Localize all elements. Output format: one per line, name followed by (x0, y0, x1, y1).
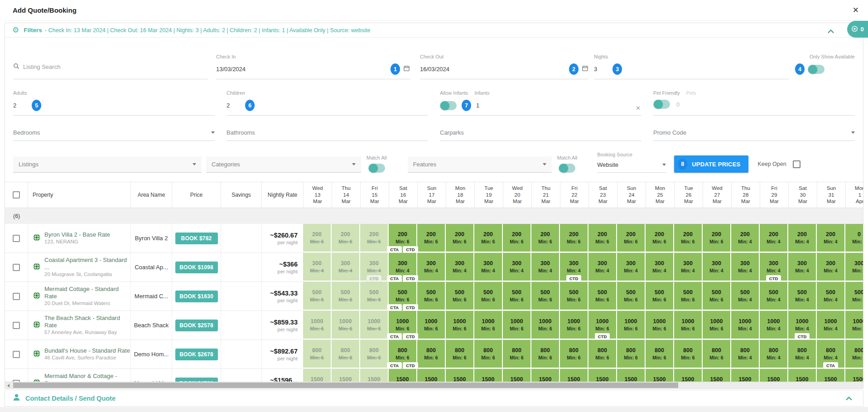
rate-cell[interactable]: 0Min: 4 (845, 224, 863, 252)
rate-cell[interactable]: 500Min: 6 (417, 282, 446, 310)
rate-cell[interactable]: 1000Min: 6 (303, 311, 332, 339)
rate-cell[interactable]: 200Min: 4 (788, 224, 817, 252)
rate-cell[interactable]: 200Min: 6 (674, 224, 703, 252)
rate-cell[interactable]: 200Min: 6 (332, 224, 360, 252)
rate-cell[interactable]: 200Min: 6CTACTD (389, 224, 417, 252)
rate-cell[interactable]: 200Min: 6 (646, 224, 674, 252)
rate-cell[interactable]: 1000Min: 6 (703, 311, 731, 339)
book-button[interactable]: BOOK $2578 (175, 320, 218, 331)
rate-cell[interactable]: 500Min: 6 (646, 282, 674, 310)
rate-cell[interactable]: 500Min: 6 (360, 282, 389, 310)
selection-counter-pill[interactable]: 0 (847, 21, 868, 38)
rate-cell[interactable]: 200Min: 6 (503, 224, 531, 252)
rate-cell[interactable]: 300Min: 4 (845, 253, 863, 281)
bedrooms-select[interactable]: Bedrooms (13, 129, 215, 141)
rate-cell[interactable]: 500Min: 6 (474, 282, 503, 310)
rate-cell[interactable]: 500Min: 6 (303, 282, 332, 310)
rate-cell[interactable]: 500Min: 6 (674, 282, 703, 310)
contact-details-bar[interactable]: Contact Details / Send Quote (5, 390, 863, 407)
clear-icon[interactable]: ✕ (636, 105, 641, 111)
close-icon[interactable]: ✕ (853, 5, 859, 15)
features-match-all-toggle[interactable] (559, 164, 575, 173)
row-checkbox[interactable] (13, 351, 20, 358)
nights-value[interactable]: 3 (594, 66, 597, 73)
rate-cell[interactable]: 500Min: 6 (531, 282, 560, 310)
rate-cell[interactable]: 1000Min: 6 (474, 311, 503, 339)
rate-cell[interactable]: 800Min: 6 (360, 340, 389, 368)
rate-cell[interactable]: 300Min: 4 (446, 253, 474, 281)
rate-cell[interactable]: 200Min: 4 (731, 224, 760, 252)
rate-cell[interactable]: 800Min: 6 (531, 340, 560, 368)
rate-cell[interactable]: 200Min: 6 (617, 224, 646, 252)
only-show-available-toggle[interactable] (808, 65, 825, 74)
property-name-link[interactable]: Mermaid Cottage - Standard Rate (44, 286, 130, 301)
rate-cell[interactable]: 500Min: 4 (817, 282, 845, 310)
row-checkbox[interactable] (13, 264, 20, 271)
rate-cell[interactable]: 1000Min: 6 (446, 311, 474, 339)
rate-cell[interactable]: 300Min: 4CTD (360, 253, 389, 281)
rate-cell[interactable]: 800Min: 6 (646, 340, 674, 368)
rate-cell[interactable]: 800Min: 4 (731, 340, 760, 368)
booking-source-select[interactable]: Website (597, 161, 666, 173)
book-button[interactable]: BOOK $1098 (175, 262, 218, 273)
rate-cell[interactable]: 500Min: 6 (588, 282, 617, 310)
children-field[interactable]: Children 2 6 (227, 90, 428, 116)
rate-cell[interactable]: 300Min: 4 (332, 253, 360, 281)
rate-cell[interactable]: 300Min: 4CTD (560, 253, 588, 281)
rate-cell[interactable]: 300Min: 4 (531, 253, 560, 281)
rate-cell[interactable]: 500Min: 6 (332, 282, 360, 310)
allow-infants-toggle[interactable] (440, 101, 457, 110)
rate-cell[interactable]: 500Min: 6 (560, 282, 588, 310)
rate-cell[interactable]: 800Min: 4 (788, 340, 817, 368)
rate-cell[interactable]: 200Min: 4 (760, 224, 788, 252)
bathrooms-select[interactable]: Bathrooms (227, 129, 428, 141)
rate-cell[interactable]: 300Min: 4 (703, 253, 731, 281)
rate-cell[interactable]: 200Min: 6 (446, 224, 474, 252)
check-out-value[interactable]: 16/03/2024 (420, 66, 449, 73)
rate-cell[interactable]: 200Min: 6 (360, 224, 389, 252)
row-checkbox[interactable] (13, 293, 20, 300)
nights-field[interactable]: Nights 3 3 (594, 54, 789, 79)
rate-cell[interactable]: 800Min: 6 (560, 340, 588, 368)
check-in-field[interactable]: Check In 13/03/2024 1 (216, 54, 410, 79)
infants-value[interactable]: 1 (476, 102, 479, 109)
rate-cell[interactable]: 300Min: 4 (417, 253, 446, 281)
rate-cell[interactable]: 800Min: 4 (760, 340, 788, 368)
rate-cell[interactable]: 1000Min: 4CTD (788, 311, 817, 339)
book-button[interactable]: BOOK $2678 (175, 349, 218, 360)
rate-cell[interactable]: 300Min: 4 (617, 253, 646, 281)
promo-code-select[interactable]: Promo Code (653, 129, 855, 141)
adults-field[interactable]: Adults 2 5 (13, 90, 215, 116)
rate-cell[interactable]: 800Min: 6 (332, 340, 360, 368)
pet-friendly-toggle[interactable] (653, 100, 670, 109)
rate-cell[interactable]: 500Min: 6 (703, 282, 731, 310)
rate-cell[interactable]: 800Min: 6CTACTD (389, 340, 417, 368)
rate-cell[interactable]: 800Min: 6 (417, 340, 446, 368)
carparks-select[interactable]: Carparks (440, 129, 641, 141)
rate-cell[interactable]: 800Min: 4CTA (817, 340, 845, 368)
children-value[interactable]: 2 (227, 102, 230, 109)
rate-cell[interactable]: 300Min: 4 (503, 253, 531, 281)
rate-cell[interactable]: 800Min: 6 (303, 340, 332, 368)
features-select[interactable]: Features (408, 156, 552, 173)
rate-cell[interactable]: 300Min: 4 (674, 253, 703, 281)
scrollbar-thumb[interactable] (13, 383, 678, 388)
rate-cell[interactable]: 200Min: 6 (474, 224, 503, 252)
rate-cell[interactable]: 1000Min: 6 (332, 311, 360, 339)
property-name-link[interactable]: Bundall's House - Standard Rate (44, 347, 130, 354)
rate-cell[interactable]: 800Min: 6 (474, 340, 503, 368)
property-name-link[interactable]: Byron Villa 2 - Base Rate (44, 231, 110, 238)
rate-cell[interactable]: 500Min: 6 (503, 282, 531, 310)
rate-cell[interactable]: 300Min: 4 (588, 253, 617, 281)
rate-cell[interactable]: 500Min: 4 (760, 282, 788, 310)
check-in-value[interactable]: 13/03/2024 (216, 66, 246, 73)
rate-cell[interactable]: 200Min: 6 (303, 224, 332, 252)
rate-cell[interactable]: 1000Min: 6 (674, 311, 703, 339)
rate-cell[interactable]: 1000Min: 6 (417, 311, 446, 339)
categories-select[interactable]: Categories (206, 156, 361, 173)
rate-cell[interactable]: 1000Min: 6 (617, 311, 646, 339)
rate-cell[interactable]: 800Min: 6 (617, 340, 646, 368)
rate-cell[interactable]: 800Min: 6 (446, 340, 474, 368)
rate-cell[interactable]: 1000Min: 4 (845, 311, 863, 339)
rate-cell[interactable]: 300Min: 4 (474, 253, 503, 281)
